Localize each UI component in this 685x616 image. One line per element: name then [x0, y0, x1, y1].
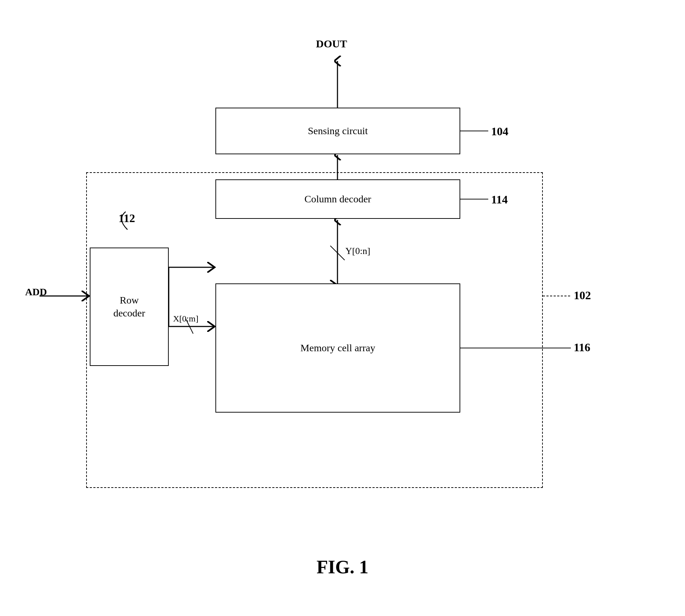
row-decoder-label: Rowdecoder	[113, 294, 145, 320]
sensing-circuit-label: Sensing circuit	[308, 124, 368, 137]
column-decoder-label: Column decoder	[304, 193, 371, 206]
memory-cell-array-label: Memory cell array	[300, 342, 375, 354]
column-decoder-block: Column decoder	[215, 179, 460, 219]
add-label: ADD	[25, 286, 47, 298]
row-decoder-block: Rowdecoder	[90, 248, 169, 366]
y-bus-label: Y[0:n]	[345, 246, 370, 257]
ref-116: 116	[574, 341, 590, 354]
ref-104: 104	[491, 125, 508, 138]
figure-caption: FIG. 1	[18, 556, 667, 578]
memory-cell-array-block: Memory cell array	[215, 283, 460, 413]
diagram-container: DOUT Sensing circuit 104 102 Column deco…	[18, 18, 667, 585]
ref-102: 102	[574, 289, 591, 302]
sensing-circuit-block: Sensing circuit	[215, 108, 460, 154]
dout-label: DOUT	[316, 38, 347, 50]
ref-114: 114	[491, 193, 508, 206]
x-bus-label: X[0:m]	[173, 314, 199, 324]
